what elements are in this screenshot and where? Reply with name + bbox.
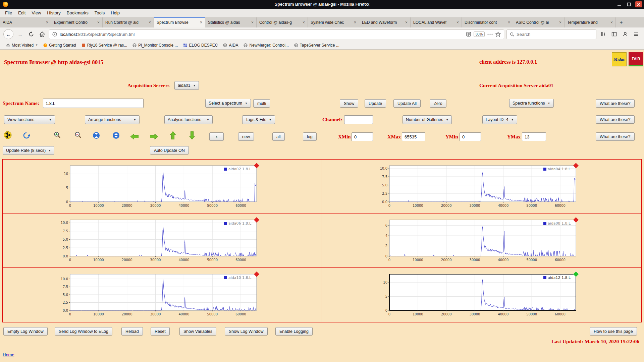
page-actions-icon[interactable] (487, 34, 493, 35)
spectra-functions-dropdown[interactable]: Spectra functions▼ (509, 99, 554, 108)
layout-dropdown[interactable]: Layout ID=4▼ (482, 115, 517, 124)
green-arrow-right-icon[interactable] (150, 132, 158, 141)
spectrum-plot-aida12-1-8-l[interactable]: 01000020000300004000050000600000510aida1… (373, 269, 591, 320)
tab-spectrum-browse[interactable]: Spectrum Browse× (154, 17, 205, 27)
all-button[interactable]: all (272, 132, 285, 141)
tab-close-icon[interactable]: × (405, 20, 408, 25)
tab-asic-control-ai[interactable]: ASIC Control @ ai× (513, 17, 565, 27)
ymin-input[interactable] (460, 132, 481, 141)
bookmark-newmerger-control[interactable]: NewMerger: Control... (241, 42, 291, 48)
menu-file[interactable]: File (2, 10, 15, 15)
reload-page-button[interactable]: Reload (121, 327, 143, 336)
bookmark-tapeserver-service[interactable]: TapeServer Service ... (291, 42, 342, 48)
minimize-button[interactable] (616, 1, 623, 7)
channel-input[interactable] (344, 115, 373, 124)
update-rate-dropdown[interactable]: Update Rate (8 secs)▼ (3, 146, 54, 155)
tab-close-icon[interactable]: × (200, 20, 202, 25)
auto-update-button[interactable]: Auto Update ON (150, 146, 189, 155)
expand-y-icon[interactable] (112, 131, 120, 140)
home-button[interactable] (38, 30, 47, 39)
menu-view[interactable]: View (29, 10, 44, 15)
update-button[interactable]: Update (365, 99, 386, 108)
refresh-icon[interactable] (22, 131, 31, 140)
search-bar[interactable] (506, 29, 596, 39)
menu-edit[interactable]: Edit (15, 10, 29, 15)
green-arrow-up-icon[interactable] (168, 131, 177, 140)
menu-tools[interactable]: Tools (92, 10, 108, 15)
close-button[interactable] (635, 1, 642, 7)
green-arrow-down-icon[interactable] (187, 131, 196, 140)
ymax-input[interactable] (522, 132, 546, 141)
tab-temperature-and[interactable]: Temperature and× (565, 17, 616, 27)
url-bar[interactable]: localhost:8015/Spectrum/Spectrum.tml 80% (49, 29, 504, 39)
radiation-icon[interactable] (3, 131, 12, 139)
x-button[interactable]: x (209, 132, 224, 141)
xmin-input[interactable] (352, 132, 373, 141)
update-all-button[interactable]: Update All (393, 99, 421, 108)
new-tab-button[interactable]: + (616, 17, 627, 27)
bookmark-pi-monitor-console[interactable]: Pi_Monitor Console ... (130, 42, 180, 48)
show-button[interactable]: Show (340, 99, 358, 108)
enable-logging-button[interactable]: Enable Logging (275, 327, 313, 336)
spectrum-name-input[interactable] (43, 99, 144, 108)
tab-close-icon[interactable]: × (457, 20, 459, 25)
spectrum-plot-aida06-1-8-l[interactable]: 01000020000300004000050000600000.02.55.0… (53, 215, 271, 266)
reload-button[interactable] (27, 30, 36, 39)
tab-close-icon[interactable]: × (354, 20, 356, 25)
multi-button[interactable]: multi (253, 99, 270, 108)
how-to-use-button[interactable]: How to use this page (590, 327, 637, 336)
reset-button[interactable]: Reset (151, 327, 170, 336)
tab-close-icon[interactable]: × (610, 20, 613, 25)
bookmark-aida[interactable]: AIDA (220, 42, 241, 48)
site-info-icon[interactable] (52, 32, 57, 37)
tab-led-and-waveform[interactable]: LED and Waveform× (359, 17, 411, 27)
tab-control-aidas-g[interactable]: Control @ aidas-g× (257, 17, 308, 27)
log-button[interactable]: log (303, 132, 317, 141)
chart-cell-aida04[interactable]: 01000020000300004000050000600000.02.55.0… (322, 160, 641, 214)
tab-experiment-contro[interactable]: Experiment Contro× (51, 17, 103, 27)
bookmark-most-visited[interactable]: Most Visited▼ (3, 42, 41, 48)
tab-close-icon[interactable]: × (149, 20, 151, 25)
bookmark-star-icon[interactable] (495, 32, 501, 37)
chart-cell-aida08[interactable]: 01000020000300004000050000600000246aida0… (322, 214, 641, 268)
green-arrow-left-icon[interactable] (130, 132, 139, 141)
empty-log-window-button[interactable]: Empty Log Window (3, 327, 48, 336)
new-button[interactable]: new (238, 132, 254, 141)
tab-close-icon[interactable]: × (508, 20, 510, 25)
search-input[interactable] (517, 32, 593, 37)
what-are-these-button-1[interactable]: What are these? (596, 99, 635, 108)
chart-cell-aida10[interactable]: 01000020000300004000050000600000.02.55.0… (3, 268, 322, 322)
what-are-these-button-2[interactable]: What are these? (596, 115, 635, 124)
bookmark-rly16-service-ras[interactable]: Rly16 Service @ ras... (79, 42, 130, 48)
tab-close-icon[interactable]: × (251, 20, 254, 25)
what-are-these-button-3[interactable]: What are these? (596, 132, 635, 141)
analysis-functions-dropdown[interactable]: Analysis functions▼ (164, 115, 213, 124)
tab-aida[interactable]: AIDA× (0, 17, 51, 27)
tab-discriminator-cont[interactable]: Discriminator cont× (462, 17, 513, 27)
chart-cell-aida02[interactable]: 01000020000300004000050000600000510aida0… (3, 160, 322, 214)
view-functions-dropdown[interactable]: View functions▼ (4, 115, 55, 124)
bookmark-getting-started[interactable]: Getting Started (41, 42, 79, 48)
sidebars-icon[interactable] (610, 30, 619, 39)
arrange-functions-dropdown[interactable]: Arrange functions▼ (85, 115, 140, 124)
spectrum-plot-aida08-1-8-l[interactable]: 01000020000300004000050000600000246aida0… (373, 215, 591, 266)
show-log-window-button[interactable]: Show Log Window (225, 327, 268, 336)
xmax-input[interactable] (402, 132, 425, 141)
zero-button[interactable]: Zero (430, 99, 446, 108)
tab-statistics-aidas[interactable]: Statistics @ aidas× (205, 17, 257, 27)
zoom-in-icon[interactable] (53, 131, 62, 139)
library-icon[interactable] (599, 30, 607, 39)
back-button[interactable]: ← (3, 29, 13, 39)
tab-local-and-wavef[interactable]: LOCAL and Wavef× (411, 17, 462, 27)
maximize-button[interactable] (626, 1, 632, 7)
tab-close-icon[interactable]: × (97, 20, 100, 25)
tab-system-wide-chec[interactable]: System wide Chec× (308, 17, 359, 27)
menu-history[interactable]: History (44, 10, 63, 15)
tags-fits-dropdown[interactable]: Tags & Fits▼ (242, 115, 275, 124)
spectrum-plot-aida10-1-8-l[interactable]: 01000020000300004000050000600000.02.55.0… (53, 269, 271, 320)
account-icon[interactable] (621, 30, 630, 39)
tab-close-icon[interactable]: × (303, 20, 305, 25)
zoom-out-icon[interactable] (74, 131, 83, 139)
bookmark-elog-despec[interactable]: ELOG DESPEC (180, 42, 220, 48)
select-spectrum-dropdown[interactable]: Select a spectrum▼ (205, 99, 251, 108)
